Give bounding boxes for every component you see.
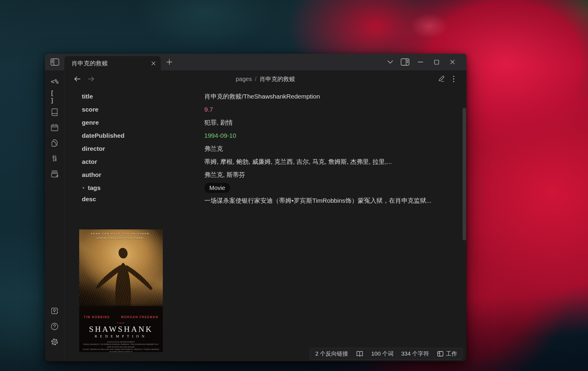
status-bar: 2 个反向链接 100 个词 334 个字符 bbox=[310, 348, 463, 360]
attr-value-score[interactable]: 9.7 bbox=[204, 104, 442, 115]
collapse-caret-icon[interactable]: ▼ bbox=[82, 186, 85, 190]
plus-icon bbox=[166, 59, 173, 65]
dock-help-button[interactable] bbox=[50, 322, 59, 331]
chevron-down-icon bbox=[387, 60, 393, 64]
attr-label-tags-text: tags bbox=[88, 184, 101, 191]
poster-tagline-1: FEAR CAN HOLD YOU PRISONER. bbox=[79, 232, 163, 235]
dock-safe-button[interactable] bbox=[50, 307, 59, 315]
tab-close-icon[interactable] bbox=[151, 61, 156, 66]
toggle-left-dock-button[interactable] bbox=[45, 54, 64, 70]
attr-label-desc[interactable]: desc bbox=[82, 196, 204, 203]
attr-value-director[interactable]: 弗兰克 bbox=[204, 144, 442, 154]
attr-label-director[interactable]: director bbox=[82, 145, 204, 152]
dock-backlinks-button[interactable]: [ ] bbox=[50, 92, 59, 101]
attr-row-datePublished: datePublished 1994-09-10 bbox=[82, 129, 466, 142]
more-tabs-button[interactable] bbox=[383, 54, 398, 70]
attr-label-title[interactable]: title bbox=[82, 93, 204, 100]
attr-value-actor[interactable]: 蒂姆, 摩根, 鲍勃, 威廉姆, 克兰西, 吉尔, 马克, 詹姆斯, 杰弗里, … bbox=[204, 157, 442, 167]
back-button[interactable] bbox=[74, 76, 81, 82]
open-book-icon[interactable] bbox=[356, 350, 364, 357]
dock-notebook-button[interactable] bbox=[50, 108, 59, 117]
attr-value-datePublished[interactable]: 1994-09-10 bbox=[204, 131, 442, 141]
new-tab-button[interactable] bbox=[161, 54, 178, 70]
titlebar: 肖申克的救赎 bbox=[45, 54, 466, 70]
calendar-icon bbox=[50, 123, 59, 132]
poster-bottom: TIM ROBBINS MORGAN FREEMAN THE SHAWSHANK… bbox=[79, 304, 163, 352]
brackets-icon: [ ] bbox=[50, 89, 59, 104]
attr-row-genre: genre 犯罪, 剧情 bbox=[82, 116, 466, 129]
attr-label-actor[interactable]: actor bbox=[82, 158, 204, 165]
workspace-icon bbox=[437, 350, 444, 357]
poster-credit-line: FRANK DARABONT TIM ROBBINS MORGAN FREEMA… bbox=[82, 343, 160, 348]
char-count: 334 个字符 bbox=[401, 350, 429, 358]
workspace-switcher[interactable]: 工作 bbox=[437, 350, 457, 358]
minimize-button[interactable] bbox=[412, 54, 428, 70]
attr-label-genre[interactable]: genre bbox=[82, 119, 204, 126]
close-window-button[interactable] bbox=[444, 54, 460, 70]
breadcrumb-separator: / bbox=[255, 76, 256, 83]
scrollbar-thumb[interactable] bbox=[463, 108, 466, 240]
poster-actor-left: TIM ROBBINS bbox=[84, 315, 110, 319]
poster-credits: CASTLE ROCK ENTERTAINMENT FRANK DARABONT… bbox=[79, 341, 163, 352]
panel-right-icon bbox=[401, 58, 409, 66]
window-body: <% [ ] bbox=[45, 70, 466, 361]
tag-movie[interactable]: Movie bbox=[204, 183, 230, 193]
panel-left-icon bbox=[50, 58, 59, 66]
breadcrumb-current[interactable]: 肖申克的救赎 bbox=[259, 75, 295, 83]
dock-settings-button[interactable] bbox=[50, 337, 59, 346]
poster-rain-texture bbox=[79, 229, 163, 306]
nav-arrows bbox=[74, 76, 95, 82]
more-menu-icon[interactable] bbox=[453, 75, 455, 83]
attribute-table: title 肖申克的救赎/TheShawshankRedemption scor… bbox=[64, 88, 466, 216]
window-controls bbox=[383, 54, 466, 70]
word-count: 100 个词 bbox=[371, 350, 393, 358]
maximize-icon bbox=[434, 60, 439, 65]
poster-tagline-2: HOPE CAN SET YOU FREE. bbox=[79, 237, 163, 240]
attr-row-director: director 弗兰克 bbox=[82, 142, 466, 155]
tab-shawshank[interactable]: 肖申克的救赎 bbox=[64, 56, 161, 70]
card-stack-plus-icon bbox=[50, 170, 59, 178]
dock-binary-button[interactable]: 0110 bbox=[50, 154, 59, 163]
doc-actions bbox=[438, 75, 455, 83]
attr-value-title[interactable]: 肖申克的救赎/TheShawshankRedemption bbox=[204, 91, 442, 102]
attr-row-tags: ▼ tags Movie bbox=[82, 181, 466, 194]
dock-copy-button[interactable] bbox=[50, 139, 59, 148]
dock-template-button[interactable]: <% bbox=[50, 77, 59, 86]
poster-title-main: SHAWSHANK bbox=[79, 325, 163, 334]
settings-gear-icon bbox=[50, 337, 59, 346]
attr-label-author[interactable]: author bbox=[82, 171, 204, 178]
attr-value-desc[interactable]: 一场谋杀案使银行家安迪（蒂姆•罗宾斯TimRobbins饰）蒙冤入狱，在肖申克监… bbox=[204, 196, 442, 206]
poster-image[interactable]: FEAR CAN HOLD YOU PRISONER. HOPE CAN SET… bbox=[79, 229, 163, 352]
left-dock: <% [ ] bbox=[45, 70, 64, 361]
attr-label-score[interactable]: score bbox=[82, 106, 204, 113]
forward-button[interactable] bbox=[87, 76, 95, 82]
safe-vault-icon bbox=[50, 307, 59, 315]
poster-actor-names: TIM ROBBINS MORGAN FREEMAN bbox=[79, 315, 163, 319]
breadcrumb-parent[interactable]: pages bbox=[236, 76, 252, 83]
poster-credit-line: CASTLE ROCK ENTERTAINMENT bbox=[82, 341, 160, 343]
attr-label-datePublished[interactable]: datePublished bbox=[82, 132, 204, 139]
dock-calendar-button[interactable] bbox=[50, 123, 59, 132]
backlinks-count[interactable]: 2 个反向链接 bbox=[315, 350, 348, 358]
attr-value-tags: Movie bbox=[204, 183, 442, 193]
attr-row-desc: desc 一场谋杀案使银行家安迪（蒂姆•罗宾斯TimRobbins饰）蒙冤入狱，… bbox=[82, 194, 466, 216]
poster-artwork: FEAR CAN HOLD YOU PRISONER. HOPE CAN SET… bbox=[79, 229, 163, 306]
attr-row-actor: actor 蒂姆, 摩根, 鲍勃, 威廉姆, 克兰西, 吉尔, 马克, 詹姆斯,… bbox=[82, 155, 466, 168]
binary-icon: 0110 bbox=[52, 156, 57, 161]
attr-row-author: author 弗兰克, 斯蒂芬 bbox=[82, 168, 466, 181]
toggle-right-dock-button[interactable] bbox=[398, 54, 412, 70]
attr-value-genre[interactable]: 犯罪, 剧情 bbox=[204, 118, 442, 128]
dock-add-card-button[interactable] bbox=[50, 169, 59, 178]
attr-label-tags[interactable]: ▼ tags bbox=[82, 184, 204, 191]
close-icon bbox=[450, 59, 455, 65]
attr-row-title: title 肖申克的救赎/TheShawshankRedemption bbox=[82, 90, 466, 103]
help-icon bbox=[50, 322, 59, 331]
tab-title: 肖申克的救赎 bbox=[71, 59, 151, 67]
edit-pencil-icon[interactable] bbox=[438, 75, 445, 83]
breadcrumb: pages / 肖申克的救赎 bbox=[236, 75, 295, 83]
doc-header: pages / 肖申克的救赎 bbox=[64, 70, 466, 88]
maximize-button[interactable] bbox=[428, 54, 444, 70]
attr-value-author[interactable]: 弗兰克, 斯蒂芬 bbox=[204, 170, 442, 180]
template-icon: <% bbox=[51, 78, 59, 85]
notebook-icon bbox=[51, 108, 58, 116]
